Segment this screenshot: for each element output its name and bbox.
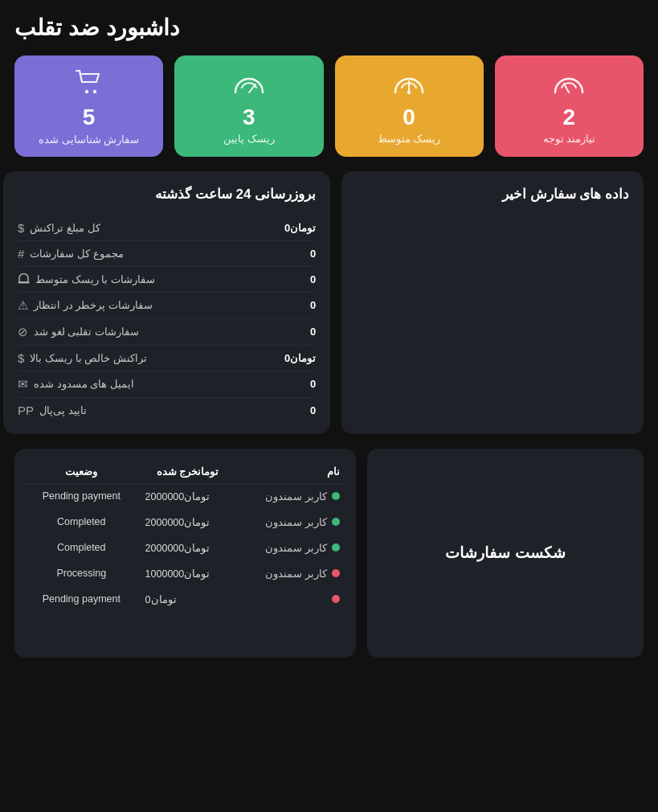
stat-row-1-value: 0 xyxy=(310,248,316,260)
orders-fail-panel: شکست سفارشات xyxy=(367,449,644,658)
identified-orders-icon xyxy=(76,70,103,100)
stat-card-medium-risk: 0 ریسک متوسط xyxy=(335,55,484,157)
orders-fail-title: شکست سفارشات xyxy=(445,543,565,562)
stat-row-5-value: تومان0 xyxy=(284,352,316,364)
stat-row-4-text: سفارشات تقلبی لغو شد xyxy=(34,326,139,338)
stat-row-6-label: ایمیل های مسدود شده ✉ xyxy=(18,377,134,392)
table-row: تومان0 Pending payment xyxy=(24,586,346,612)
svg-line-0 xyxy=(564,84,569,92)
name-text: کاربر سمندون xyxy=(265,490,326,502)
stat-row-4-label: سفارشات تقلبی لغو شد ⊘ xyxy=(18,325,139,339)
table-cell-name: کاربر سمندون xyxy=(236,535,346,560)
needs-attention-label: نیازمند توجه xyxy=(543,133,596,145)
low-risk-icon xyxy=(234,71,264,100)
stat-row-1-icon: # xyxy=(18,247,24,260)
col-header-amount: تومانخرج شده xyxy=(139,460,237,484)
orders-table-panel: نام تومانخرج شده وضعیت کاربر سمندون توما… xyxy=(14,449,356,658)
stat-row-7-value: 0 xyxy=(310,404,316,416)
stat-row-5: تومان0 تراکنش خالص با ریسک بالا $ xyxy=(18,346,316,371)
table-row: کاربر سمندون تومان1000000 Processing xyxy=(24,560,346,586)
recent-orders-title: داده های سفارش اخیر xyxy=(356,186,629,203)
table-cell-name: کاربر سمندون xyxy=(236,509,346,535)
stat-row-5-icon: $ xyxy=(18,351,24,365)
stat-row-1-label: مجموع کل سفارشات # xyxy=(18,247,124,260)
stat-row-3-icon: ⚠ xyxy=(18,298,28,313)
table-cell-name xyxy=(236,586,346,612)
status-dot xyxy=(332,569,340,577)
stat-row-2-text: سفارشات با ریسک متوسط xyxy=(35,273,155,285)
stat-row-0-value: تومان0 xyxy=(284,222,316,234)
recent-orders-panel: داده های سفارش اخیر xyxy=(341,171,644,434)
identified-orders-label: سفارش شناسایی شده xyxy=(39,133,139,146)
page-title: داشبورد ضد تقلب xyxy=(14,14,644,41)
stat-card-needs-attention: 2 نیازمند توجه xyxy=(495,55,644,157)
stat-row-6-icon: ✉ xyxy=(18,377,28,392)
table-cell-amount: تومان0 xyxy=(139,586,237,612)
stat-row-5-label: تراکنش خالص با ریسک بالا $ xyxy=(18,351,147,365)
col-header-name: نام xyxy=(236,460,346,484)
name-text: کاربر سمندون xyxy=(265,568,326,580)
svg-point-5 xyxy=(92,90,96,93)
low-risk-number: 3 xyxy=(243,105,255,130)
stat-row-7-label: تایید پی‌پال PP xyxy=(18,404,87,417)
table-row: کاربر سمندون تومان2000000 Pending paymen… xyxy=(24,483,346,509)
low-risk-label: ریسک پایین xyxy=(223,133,275,145)
update-panel-title: بروزرسانی 24 ساعت گذشته xyxy=(18,186,316,203)
stat-row-7: 0 تایید پی‌پال PP xyxy=(18,398,316,423)
stat-cards-row: 2 نیازمند توجه 0 ریسک متوسط 3 ریسک پایین xyxy=(14,55,644,157)
stat-row-0-icon: $ xyxy=(18,221,24,235)
stat-row-0: تومان0 کل مبلغ تراکنش $ xyxy=(18,215,316,241)
status-dot xyxy=(332,543,340,552)
medium-risk-label: ریسک متوسط xyxy=(378,133,441,145)
table-cell-amount: تومان2000000 xyxy=(139,509,237,535)
table-cell-status: Pending payment xyxy=(24,586,139,612)
stat-row-2-icon xyxy=(18,273,30,286)
table-cell-name: کاربر سمندون xyxy=(236,483,346,509)
stat-row-7-icon: PP xyxy=(18,404,34,417)
stat-card-low-risk: 3 ریسک پایین xyxy=(174,55,323,157)
table-cell-name: کاربر سمندون xyxy=(236,560,346,586)
stat-row-6: 0 ایمیل های مسدود شده ✉ xyxy=(18,371,316,398)
stat-row-4: 0 سفارشات تقلبی لغو شد ⊘ xyxy=(18,319,316,346)
table-row: کاربر سمندون تومان2000000 Completed xyxy=(24,535,346,560)
stat-row-1-text: مجموع کل سفارشات xyxy=(30,248,123,260)
svg-point-4 xyxy=(84,90,88,93)
svg-line-3 xyxy=(249,84,255,92)
stat-row-4-icon: ⊘ xyxy=(18,325,28,339)
table-cell-status: Completed xyxy=(24,535,139,560)
bottom-panels-row: شکست سفارشات نام تومانخرج شده وضعیت کارب… xyxy=(14,449,644,658)
needs-attention-number: 2 xyxy=(563,105,576,130)
table-cell-amount: تومان1000000 xyxy=(139,560,237,586)
medium-risk-number: 0 xyxy=(403,105,415,130)
stat-row-2: 0 سفارشات با ریسک متوسط xyxy=(18,267,316,293)
stat-row-6-text: ایمیل های مسدود شده xyxy=(34,378,134,390)
update-panel: بروزرسانی 24 ساعت گذشته تومان0 کل مبلغ ت… xyxy=(3,171,330,434)
table-cell-status: Completed xyxy=(24,509,139,535)
needs-attention-icon xyxy=(554,71,584,100)
stat-row-2-label: سفارشات با ریسک متوسط xyxy=(18,273,155,286)
stat-row-2-value: 0 xyxy=(310,273,316,285)
table-row: کاربر سمندون تومان2000000 Completed xyxy=(24,509,346,535)
status-dot xyxy=(332,595,340,603)
svg-rect-6 xyxy=(18,281,30,284)
name-text: کاربر سمندون xyxy=(265,516,326,528)
stat-card-identified-orders: 5 سفارش شناسایی شده xyxy=(14,55,163,157)
name-text: کاربر سمندون xyxy=(265,542,326,554)
stat-row-0-label: کل مبلغ تراکنش $ xyxy=(18,221,100,235)
orders-table: نام تومانخرج شده وضعیت کاربر سمندون توما… xyxy=(24,460,346,612)
table-cell-status: Processing xyxy=(24,560,139,586)
medium-risk-icon xyxy=(394,71,424,100)
table-cell-amount: تومان2000000 xyxy=(139,483,237,509)
status-dot xyxy=(332,492,340,500)
table-cell-status: Pending payment xyxy=(24,483,139,509)
stat-row-6-value: 0 xyxy=(310,378,316,390)
identified-orders-number: 5 xyxy=(83,105,96,130)
stat-row-3-value: 0 xyxy=(310,299,316,311)
table-cell-amount: تومان2000000 xyxy=(139,535,237,560)
stat-row-5-text: تراکنش خالص با ریسک بالا xyxy=(30,352,146,364)
stat-row-1: 0 مجموع کل سفارشات # xyxy=(18,241,316,267)
stat-row-3: 0 سفارشات پرخطر در انتظار ⚠ xyxy=(18,293,316,319)
col-header-status: وضعیت xyxy=(24,460,139,484)
stat-row-0-text: کل مبلغ تراکنش xyxy=(30,222,100,234)
middle-panels-row: داده های سفارش اخیر بروزرسانی 24 ساعت گذ… xyxy=(14,171,644,434)
